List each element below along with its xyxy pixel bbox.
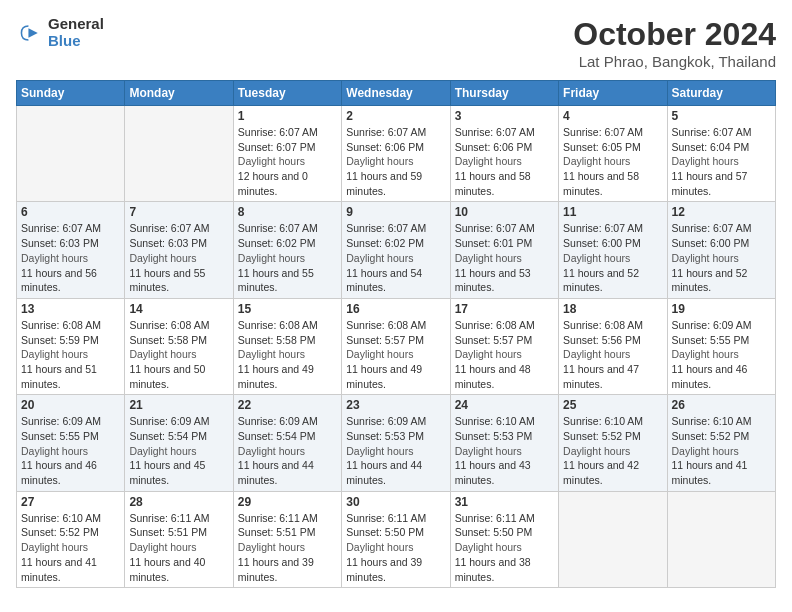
- sunset-label: Sunset: 6:06 PM: [346, 141, 424, 153]
- calendar-cell: 23 Sunrise: 6:09 AM Sunset: 5:53 PM Dayl…: [342, 395, 450, 491]
- weekday-header: Tuesday: [233, 81, 341, 106]
- daylight-value: 11 hours and 57 minutes.: [672, 170, 748, 197]
- daylight-label: Daylight hours: [455, 155, 522, 167]
- day-number: 3: [455, 109, 554, 123]
- sunset-label: Sunset: 6:03 PM: [21, 237, 99, 249]
- daylight-value: 11 hours and 52 minutes.: [672, 267, 748, 294]
- daylight-value: 11 hours and 44 minutes.: [238, 459, 314, 486]
- daylight-value: 11 hours and 59 minutes.: [346, 170, 422, 197]
- calendar-cell: 31 Sunrise: 6:11 AM Sunset: 5:50 PM Dayl…: [450, 491, 558, 587]
- calendar-week-row: 27 Sunrise: 6:10 AM Sunset: 5:52 PM Dayl…: [17, 491, 776, 587]
- sunset-label: Sunset: 5:58 PM: [238, 334, 316, 346]
- day-info: Sunrise: 6:07 AM Sunset: 6:01 PM Dayligh…: [455, 221, 554, 294]
- day-info: Sunrise: 6:07 AM Sunset: 6:07 PM Dayligh…: [238, 125, 337, 198]
- calendar-cell: 28 Sunrise: 6:11 AM Sunset: 5:51 PM Dayl…: [125, 491, 233, 587]
- daylight-value: 11 hours and 42 minutes.: [563, 459, 639, 486]
- daylight-value: 12 hours and 0 minutes.: [238, 170, 308, 197]
- calendar-week-row: 20 Sunrise: 6:09 AM Sunset: 5:55 PM Dayl…: [17, 395, 776, 491]
- sunrise-label: Sunrise: 6:07 AM: [672, 126, 752, 138]
- calendar-cell: 11 Sunrise: 6:07 AM Sunset: 6:00 PM Dayl…: [559, 202, 667, 298]
- calendar-cell: 29 Sunrise: 6:11 AM Sunset: 5:51 PM Dayl…: [233, 491, 341, 587]
- sunset-label: Sunset: 5:52 PM: [672, 430, 750, 442]
- sunrise-label: Sunrise: 6:07 AM: [563, 222, 643, 234]
- sunset-label: Sunset: 5:51 PM: [238, 526, 316, 538]
- daylight-value: 11 hours and 46 minutes.: [21, 459, 97, 486]
- daylight-value: 11 hours and 47 minutes.: [563, 363, 639, 390]
- calendar-cell: [667, 491, 775, 587]
- sunset-label: Sunset: 5:50 PM: [346, 526, 424, 538]
- day-info: Sunrise: 6:07 AM Sunset: 6:03 PM Dayligh…: [21, 221, 120, 294]
- daylight-label: Daylight hours: [563, 445, 630, 457]
- sunset-label: Sunset: 6:02 PM: [346, 237, 424, 249]
- logo: General Blue: [16, 16, 104, 49]
- daylight-value: 11 hours and 53 minutes.: [455, 267, 531, 294]
- weekday-header: Saturday: [667, 81, 775, 106]
- daylight-value: 11 hours and 49 minutes.: [346, 363, 422, 390]
- sunrise-label: Sunrise: 6:07 AM: [346, 126, 426, 138]
- daylight-value: 11 hours and 39 minutes.: [238, 556, 314, 583]
- day-info: Sunrise: 6:07 AM Sunset: 6:05 PM Dayligh…: [563, 125, 662, 198]
- daylight-value: 11 hours and 48 minutes.: [455, 363, 531, 390]
- calendar-cell: 6 Sunrise: 6:07 AM Sunset: 6:03 PM Dayli…: [17, 202, 125, 298]
- daylight-label: Daylight hours: [672, 348, 739, 360]
- day-number: 24: [455, 398, 554, 412]
- day-info: Sunrise: 6:08 AM Sunset: 5:57 PM Dayligh…: [455, 318, 554, 391]
- daylight-label: Daylight hours: [672, 155, 739, 167]
- calendar-cell: 17 Sunrise: 6:08 AM Sunset: 5:57 PM Dayl…: [450, 298, 558, 394]
- calendar-cell: 7 Sunrise: 6:07 AM Sunset: 6:03 PM Dayli…: [125, 202, 233, 298]
- daylight-label: Daylight hours: [346, 252, 413, 264]
- sunset-label: Sunset: 5:50 PM: [455, 526, 533, 538]
- sunrise-label: Sunrise: 6:10 AM: [455, 415, 535, 427]
- day-number: 19: [672, 302, 771, 316]
- day-info: Sunrise: 6:10 AM Sunset: 5:53 PM Dayligh…: [455, 414, 554, 487]
- logo-line2: Blue: [48, 33, 104, 50]
- calendar-week-row: 13 Sunrise: 6:08 AM Sunset: 5:59 PM Dayl…: [17, 298, 776, 394]
- sunset-label: Sunset: 5:52 PM: [563, 430, 641, 442]
- sunset-label: Sunset: 6:03 PM: [129, 237, 207, 249]
- calendar-header-row: SundayMondayTuesdayWednesdayThursdayFrid…: [17, 81, 776, 106]
- sunrise-label: Sunrise: 6:07 AM: [238, 222, 318, 234]
- daylight-label: Daylight hours: [455, 445, 522, 457]
- calendar-cell: 9 Sunrise: 6:07 AM Sunset: 6:02 PM Dayli…: [342, 202, 450, 298]
- sunrise-label: Sunrise: 6:07 AM: [455, 126, 535, 138]
- weekday-header: Sunday: [17, 81, 125, 106]
- sunset-label: Sunset: 6:04 PM: [672, 141, 750, 153]
- daylight-label: Daylight hours: [129, 348, 196, 360]
- daylight-value: 11 hours and 55 minutes.: [238, 267, 314, 294]
- sunrise-label: Sunrise: 6:11 AM: [129, 512, 209, 524]
- sunrise-label: Sunrise: 6:08 AM: [346, 319, 426, 331]
- day-info: Sunrise: 6:07 AM Sunset: 6:03 PM Dayligh…: [129, 221, 228, 294]
- sunrise-label: Sunrise: 6:10 AM: [21, 512, 101, 524]
- sunrise-label: Sunrise: 6:07 AM: [21, 222, 101, 234]
- weekday-header: Monday: [125, 81, 233, 106]
- day-info: Sunrise: 6:09 AM Sunset: 5:55 PM Dayligh…: [21, 414, 120, 487]
- daylight-label: Daylight hours: [346, 348, 413, 360]
- day-number: 5: [672, 109, 771, 123]
- sunrise-label: Sunrise: 6:11 AM: [455, 512, 535, 524]
- day-info: Sunrise: 6:10 AM Sunset: 5:52 PM Dayligh…: [563, 414, 662, 487]
- day-info: Sunrise: 6:08 AM Sunset: 5:58 PM Dayligh…: [238, 318, 337, 391]
- daylight-label: Daylight hours: [455, 252, 522, 264]
- daylight-label: Daylight hours: [238, 252, 305, 264]
- calendar-cell: 30 Sunrise: 6:11 AM Sunset: 5:50 PM Dayl…: [342, 491, 450, 587]
- calendar-cell: [559, 491, 667, 587]
- calendar-cell: 26 Sunrise: 6:10 AM Sunset: 5:52 PM Dayl…: [667, 395, 775, 491]
- day-info: Sunrise: 6:09 AM Sunset: 5:53 PM Dayligh…: [346, 414, 445, 487]
- day-info: Sunrise: 6:10 AM Sunset: 5:52 PM Dayligh…: [672, 414, 771, 487]
- day-number: 30: [346, 495, 445, 509]
- calendar-table: SundayMondayTuesdayWednesdayThursdayFrid…: [16, 80, 776, 588]
- sunset-label: Sunset: 5:55 PM: [21, 430, 99, 442]
- daylight-label: Daylight hours: [563, 348, 630, 360]
- day-number: 20: [21, 398, 120, 412]
- sunrise-label: Sunrise: 6:08 AM: [563, 319, 643, 331]
- day-number: 4: [563, 109, 662, 123]
- day-number: 29: [238, 495, 337, 509]
- sunset-label: Sunset: 6:01 PM: [455, 237, 533, 249]
- daylight-value: 11 hours and 43 minutes.: [455, 459, 531, 486]
- daylight-value: 11 hours and 58 minutes.: [563, 170, 639, 197]
- day-number: 12: [672, 205, 771, 219]
- day-info: Sunrise: 6:08 AM Sunset: 5:58 PM Dayligh…: [129, 318, 228, 391]
- daylight-value: 11 hours and 54 minutes.: [346, 267, 422, 294]
- calendar-cell: 12 Sunrise: 6:07 AM Sunset: 6:00 PM Dayl…: [667, 202, 775, 298]
- day-number: 23: [346, 398, 445, 412]
